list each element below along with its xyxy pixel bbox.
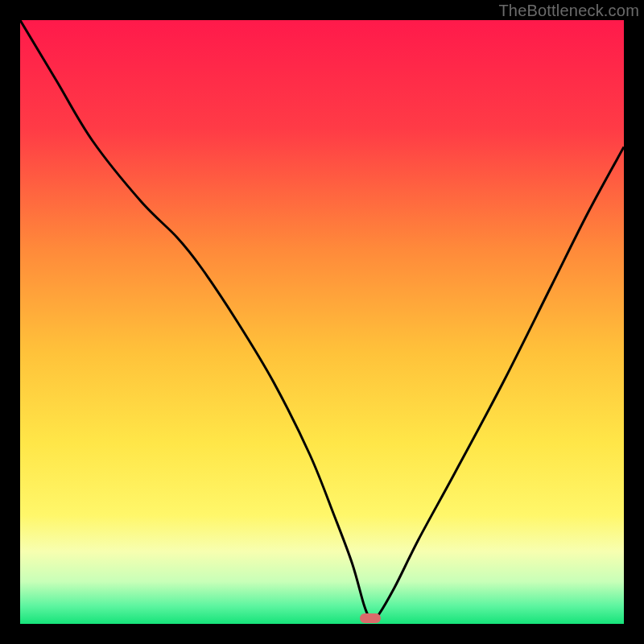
chart-frame: TheBottleneck.com bbox=[0, 0, 644, 644]
background-gradient bbox=[20, 20, 624, 624]
plot-area bbox=[20, 20, 624, 624]
optimal-point-marker bbox=[360, 613, 381, 623]
svg-rect-0 bbox=[20, 20, 624, 624]
watermark-text: TheBottleneck.com bbox=[498, 2, 639, 20]
